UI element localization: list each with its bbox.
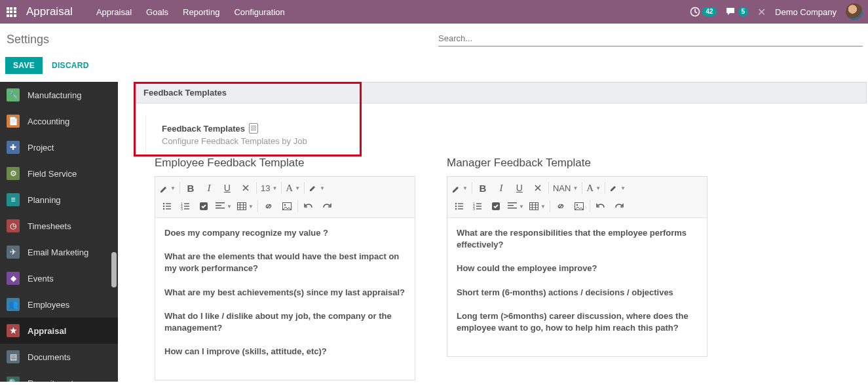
nav-link-appraisal[interactable]: Appraisal	[96, 7, 132, 17]
svg-rect-15	[216, 205, 221, 206]
list-icon: ≡	[7, 193, 20, 206]
tb-bold[interactable]: B	[474, 179, 492, 196]
tb-clear-format[interactable]	[236, 179, 255, 196]
tb-fontsize[interactable]: NAN▼	[550, 179, 580, 196]
tb-brush[interactable]: ▼	[449, 179, 470, 196]
tb-fontsize[interactable]: 13▼	[258, 179, 280, 196]
svg-rect-34	[508, 205, 514, 206]
tb-brush[interactable]: ▼	[157, 179, 178, 196]
tb-highlight[interactable]: ▼	[306, 179, 328, 196]
tb-ol[interactable]: 123	[176, 198, 195, 215]
tb-undo[interactable]	[592, 198, 610, 215]
company-name[interactable]: Demo Company	[775, 7, 837, 17]
tb-ol[interactable]: 123	[468, 198, 487, 215]
tb-italic[interactable]: I	[200, 179, 218, 196]
question-text: What are my best achievements(s) since m…	[164, 287, 406, 299]
sidebar-item-appraisal[interactable]: ★Appraisal	[0, 318, 118, 344]
question-text: What are the elements that would have th…	[164, 251, 406, 274]
manager-template: Manager Feedback Template ▼ B I U NAN▼ A…	[447, 156, 708, 380]
sidebar-item-employees[interactable]: 👥Employees	[0, 291, 118, 318]
sidebar-item-label: Accounting	[28, 117, 69, 126]
svg-rect-4	[166, 206, 171, 206]
tb-clear-format[interactable]	[529, 179, 547, 196]
tb-checklist[interactable]	[195, 198, 213, 215]
svg-rect-21	[458, 203, 463, 204]
tb-table[interactable]: ▼	[235, 198, 256, 215]
question-text: Short term (6-months) actions / decision…	[457, 287, 698, 299]
nav-link-goals[interactable]: Goals	[146, 7, 168, 17]
save-button[interactable]: SAVE	[5, 57, 43, 74]
avatar[interactable]	[846, 3, 863, 20]
activity-badge: 42	[702, 7, 716, 16]
tb-image[interactable]	[570, 198, 588, 215]
tb-ul[interactable]	[450, 198, 468, 215]
tb-underline[interactable]: U	[510, 179, 529, 196]
wrench-icon: 🔧	[7, 88, 20, 101]
svg-point-24	[455, 208, 457, 210]
svg-point-38	[576, 204, 578, 206]
tb-table[interactable]: ▼	[527, 198, 548, 215]
tb-bold[interactable]: B	[181, 179, 200, 196]
messaging-indicator[interactable]: 5	[726, 7, 749, 16]
scrollbar-thumb[interactable]	[111, 252, 117, 287]
sidebar-item-email-marketing[interactable]: ✈Email Marketing	[0, 239, 118, 265]
svg-rect-14	[216, 202, 225, 204]
tb-align[interactable]: ▼	[505, 198, 527, 215]
employee-editor: ▼ B I U 13▼ A▼ ▼ 123	[155, 176, 415, 380]
tb-redo[interactable]	[610, 198, 628, 215]
tb-fontcolor[interactable]: A▼	[283, 179, 303, 196]
tb-link[interactable]	[552, 198, 570, 215]
clock-icon	[690, 7, 700, 17]
settings-sidebar: 🔧Manufacturing📄Accounting✚Project⚙Field …	[0, 82, 118, 382]
sidebar-item-documents[interactable]: ▤Documents	[0, 344, 118, 370]
tb-italic[interactable]: I	[492, 179, 510, 196]
search-input[interactable]	[438, 33, 863, 43]
tb-link[interactable]	[259, 198, 278, 215]
sidebar-item-field-service[interactable]: ⚙Field Service	[0, 160, 118, 187]
close-icon[interactable]: ✕	[757, 6, 766, 18]
activity-indicator[interactable]: 42	[690, 7, 716, 17]
tb-align[interactable]: ▼	[213, 198, 235, 215]
app-brand[interactable]: Appraisal	[26, 5, 73, 18]
nav-link-reporting[interactable]: Reporting	[183, 7, 219, 17]
sidebar-item-planning[interactable]: ≡Planning	[0, 187, 118, 213]
sidebar-item-accounting[interactable]: 📄Accounting	[0, 108, 118, 134]
sidebar-item-project[interactable]: ✚Project	[0, 134, 118, 160]
sidebar-item-manufacturing[interactable]: 🔧Manufacturing	[0, 82, 118, 108]
svg-rect-36	[529, 203, 538, 210]
users-icon: 👥	[7, 298, 20, 311]
question-text: How could the employee improve?	[457, 263, 698, 274]
sidebar-item-recruitment[interactable]: 🔍Recruitment	[0, 370, 118, 382]
sidebar-item-label: Project	[28, 143, 54, 153]
apps-icon[interactable]	[5, 6, 17, 18]
top-navbar: Appraisal Appraisal Goals Reporting Conf…	[0, 0, 868, 24]
employee-editor-body[interactable]: Does my company recognize my value ?What…	[155, 218, 415, 380]
discard-button[interactable]: DISCARD	[52, 61, 89, 70]
manager-toolbar: ▼ B I U NAN▼ A▼ ▼ 12	[447, 177, 707, 218]
tb-checklist[interactable]	[487, 198, 505, 215]
clipboard-icon[interactable]	[249, 123, 258, 134]
tb-ul[interactable]	[158, 198, 176, 215]
tb-undo[interactable]	[299, 198, 318, 215]
svg-point-3	[163, 206, 164, 207]
nav-link-configuration[interactable]: Configuration	[234, 7, 284, 17]
templates-row: Employee Feedback Template ▼ B I U 13▼ A…	[155, 156, 868, 380]
tb-underline[interactable]: U	[218, 179, 236, 196]
sidebar-item-events[interactable]: ◆Events	[0, 265, 118, 291]
question-text: Long term (>6months) career discussion, …	[457, 310, 698, 334]
sidebar-item-timesheets[interactable]: ◷Timesheets	[0, 213, 118, 239]
sub-header: Settings	[0, 24, 868, 52]
svg-rect-29	[476, 206, 481, 206]
doc-icon: 📄	[7, 115, 20, 128]
svg-rect-10	[184, 206, 189, 206]
tb-redo[interactable]	[318, 198, 336, 215]
sidebar-item-label: Email Marketing	[28, 248, 88, 257]
employee-template: Employee Feedback Template ▼ B I U 13▼ A…	[155, 156, 415, 380]
sidebar-item-label: Field Service	[28, 169, 77, 179]
tb-image[interactable]	[278, 198, 296, 215]
manager-editor-body[interactable]: What are the responsibilities that the e…	[447, 218, 707, 356]
svg-point-1	[163, 203, 164, 204]
tb-fontcolor[interactable]: A▼	[584, 179, 603, 196]
body-row: 🔧Manufacturing📄Accounting✚Project⚙Field …	[0, 82, 868, 382]
tb-highlight[interactable]: ▼	[607, 179, 628, 196]
